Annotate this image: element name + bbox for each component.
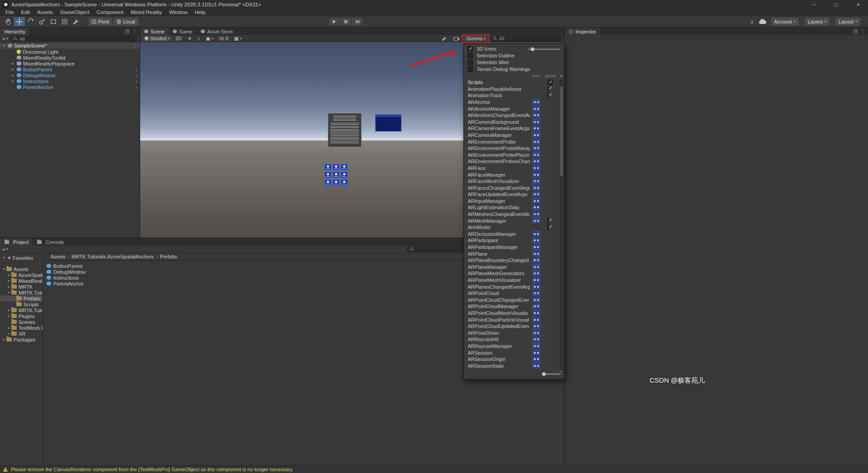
hierarchy-item[interactable]: Directional Light ›	[0, 49, 140, 55]
tab-inspector[interactable]: Inspector	[565, 28, 600, 35]
scene-view-tab[interactable]: Asset Store	[197, 28, 237, 35]
create-object-button[interactable]: +▾	[2, 36, 8, 42]
gizmos-script-row[interactable]: ARPointCloudParticleVisual	[464, 316, 564, 323]
gizmos-script-row[interactable]: AREnvironmentProbeManag	[464, 145, 564, 152]
gizmo-checkbox[interactable]	[547, 92, 548, 98]
expand-arrow-icon[interactable]: ▸	[7, 332, 11, 336]
rect-tool-icon[interactable]	[48, 17, 59, 26]
effects-dropdown-icon[interactable]: ▣▾	[203, 36, 216, 42]
gizmos-script-row[interactable]: ARPlaneMeshGenerators	[464, 270, 564, 277]
gizmos-script-row[interactable]: ARInputManager	[464, 198, 564, 205]
rotate-tool-icon[interactable]	[25, 17, 36, 26]
gizmos-script-row[interactable]: AREnvironmentProbesChan	[464, 158, 564, 165]
audio-toggle-icon[interactable]: ♪	[195, 36, 202, 42]
gizmos-toggle-row[interactable]: Selection Wire	[464, 59, 564, 66]
gizmos-script-row[interactable]: ARCameraFrameEventArgs	[464, 125, 564, 132]
play-button[interactable]	[328, 17, 340, 26]
checkbox[interactable]	[467, 60, 473, 65]
project-tree-folder[interactable]: ▾ MRTK.Tutor...	[0, 290, 42, 295]
gizmos-script-row[interactable]: ARPlaneMeshVisualizer	[464, 277, 564, 284]
lock-icon[interactable]	[125, 31, 129, 33]
maximize-button[interactable]: □	[835, 2, 838, 7]
menu-item[interactable]: Window	[165, 9, 191, 15]
gizmos-script-row[interactable]: ARSessionState	[464, 362, 564, 369]
prefab-open-arrow-icon[interactable]: ›	[136, 79, 137, 84]
status-bar[interactable]: Please remove the CanvasRenderer compone…	[0, 465, 868, 473]
gizmos-dropdown-button[interactable]: Gizmos▾	[464, 36, 488, 42]
hierarchy-item[interactable]: MixedRealityToolkit ›	[0, 55, 140, 61]
gizmos-script-row[interactable]: ARPlane	[464, 250, 564, 257]
project-tree-folder[interactable]: ▸ Plugins	[0, 313, 42, 319]
project-tree-folder[interactable]: ▾ Assets	[0, 266, 42, 272]
checkbox[interactable]	[467, 53, 473, 58]
expand-arrow-icon[interactable]: ▸	[11, 79, 15, 83]
move-tool-icon[interactable]	[14, 17, 25, 26]
expand-arrow-icon[interactable]: ▸	[7, 273, 11, 277]
layers-dropdown[interactable]: Layers▾	[805, 18, 830, 26]
step-button[interactable]	[352, 17, 363, 26]
scene-view-tab[interactable]: Scene	[140, 28, 169, 35]
gizmos-script-row[interactable]: ARParticipantManager	[464, 244, 564, 251]
gizmos-script-row[interactable]: ARAnchorsChangedEventAr	[464, 112, 564, 119]
expand-arrow-icon[interactable]: ▾	[2, 267, 6, 271]
gizmos-script-row[interactable]: ARPointCloudManager	[464, 303, 564, 310]
scene-root-row[interactable]: ▾ SampleScene* ⋮	[0, 42, 140, 49]
breadcrumb-item[interactable]: Assets	[51, 254, 66, 259]
gizmos-script-row[interactable]: ARPlaneManager	[464, 264, 564, 271]
hierarchy-item[interactable]: ▸ ButtonParent ›	[0, 66, 140, 72]
gizmos-scrollbar[interactable]	[560, 80, 563, 371]
gizmos-script-row[interactable]: ARPointCloudChangedEver	[464, 297, 564, 304]
pause-button[interactable]	[340, 17, 352, 26]
2d-toggle[interactable]: 2D	[173, 36, 184, 42]
gizmo-checkbox[interactable]	[547, 218, 548, 224]
gizmos-script-row[interactable]: ARMeshManager	[464, 217, 564, 224]
menu-item[interactable]: Component	[93, 9, 127, 15]
create-asset-button[interactable]: +▾	[2, 247, 8, 252]
gizmos-script-row[interactable]: ARParticipant	[464, 237, 564, 244]
gizmos-script-row[interactable]: ARPointCloudMeshVisualiz	[464, 310, 564, 317]
transform-tool-icon[interactable]	[59, 17, 70, 26]
project-tree-folder[interactable]: ▸ TextMesh P...	[0, 325, 42, 331]
project-tree-folder[interactable]: ▸ MixedRealit...	[0, 278, 42, 284]
menu-item[interactable]: Help	[191, 9, 209, 15]
gizmos-script-row[interactable]: ArmModel	[464, 224, 564, 231]
expand-arrow-icon[interactable]: ▸	[7, 308, 11, 312]
hierarchy-search-input[interactable]: All	[10, 36, 137, 42]
menu-item[interactable]: Mixed Reality	[127, 9, 165, 15]
project-tree-folder[interactable]: Scenes	[0, 319, 42, 325]
bottom-slider[interactable]	[542, 374, 561, 375]
camera-settings-icon[interactable]	[451, 36, 462, 42]
gizmos-script-row[interactable]: AnimationPlayableAsset	[464, 86, 564, 93]
scrollbar-thumb[interactable]	[560, 86, 563, 177]
expand-arrow-icon[interactable]: ▸	[7, 314, 11, 318]
scripts-gizmo-checkbox[interactable]	[547, 80, 553, 85]
checkbox[interactable]	[467, 46, 473, 52]
gizmos-script-row[interactable]: ARAnchorManager	[464, 105, 564, 112]
3d-icons-size-slider[interactable]	[528, 49, 560, 50]
gizmos-script-row[interactable]: ARRaycastHit	[464, 336, 564, 343]
gizmos-toggle-row[interactable]: 3D Icons	[464, 46, 564, 52]
menu-item[interactable]: File	[2, 9, 18, 15]
expand-arrow-icon[interactable]: ▾	[2, 256, 6, 260]
gizmos-script-row[interactable]: ARAnchor	[464, 99, 564, 106]
prefab-open-arrow-icon[interactable]: ›	[136, 84, 137, 90]
gizmos-script-row[interactable]: ARSession	[464, 349, 564, 356]
gizmos-script-row[interactable]: ARPointCloudUpdatedEven	[464, 323, 564, 330]
gizmos-script-row[interactable]: ARMeshesChangedEventAr	[464, 211, 564, 218]
gizmos-toggle-row[interactable]: Terrain Debug Warnings	[464, 66, 564, 73]
gizmos-toggle-row[interactable]: Selection Outline	[464, 52, 564, 59]
gizmos-script-row[interactable]: ARFacesChangedEventArgs	[464, 184, 564, 191]
pivot-toggle[interactable]: Pivot	[89, 18, 112, 26]
breadcrumb-item[interactable]: Prefabs	[160, 254, 177, 259]
gizmos-script-row[interactable]: ARCameraBackground	[464, 118, 564, 125]
cloud-services-icon[interactable]	[759, 21, 766, 24]
breadcrumb-item[interactable]: MRTK.Tutorials.AzureSpatialAnchors	[71, 254, 154, 259]
scene-search-input[interactable]: All	[490, 36, 562, 42]
gizmos-script-row[interactable]: ARLightEstimationData	[464, 204, 564, 211]
favorites-header[interactable]: ▾ ★ Favorites	[0, 255, 42, 261]
gizmos-script-row[interactable]: ARRaycastManager	[464, 343, 564, 350]
gizmos-script-row[interactable]: ARFaceMeshVisualizer	[464, 178, 564, 185]
expand-arrow-icon[interactable]: ▾	[7, 290, 11, 295]
gizmos-script-row[interactable]: ARPoseDriver	[464, 329, 564, 336]
scroll-up-icon[interactable]: ▲	[559, 74, 563, 78]
